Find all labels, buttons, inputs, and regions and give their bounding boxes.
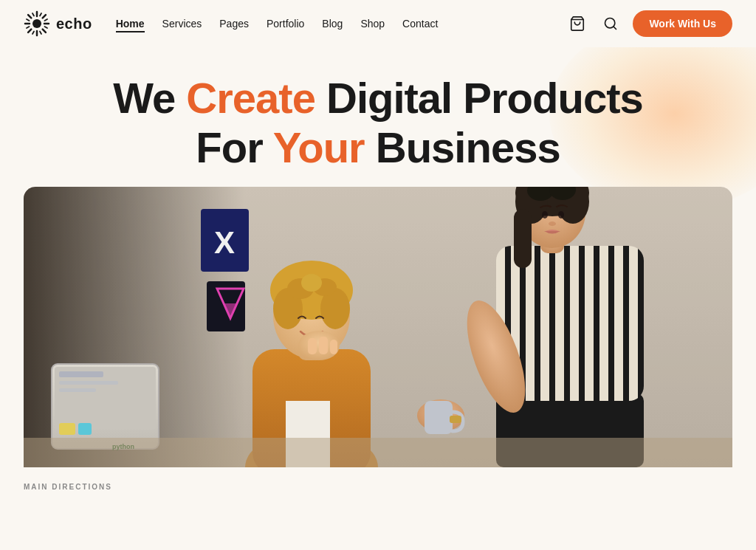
svg-line-14: [27, 27, 30, 28]
nav-link-shop[interactable]: Shop: [360, 18, 385, 30]
hero-image: X python: [24, 187, 732, 467]
navbar-right: Work With Us: [566, 10, 732, 37]
search-button[interactable]: [600, 13, 621, 34]
hero-text-digital: Digital Products: [315, 74, 643, 122]
hero-highlight-your: Your: [273, 123, 365, 171]
svg-point-48: [301, 274, 322, 292]
svg-line-11: [32, 13, 34, 16]
nav-item-services[interactable]: Services: [162, 17, 202, 30]
navbar-left: echo Home Services Pages Portfolio Blog …: [24, 10, 438, 37]
svg-line-6: [43, 30, 46, 32]
svg-rect-34: [59, 388, 96, 392]
svg-point-67: [542, 211, 548, 219]
hero-text-for: For: [196, 123, 273, 171]
hero-heading: We Create Digital Products For Your Busi…: [24, 74, 732, 172]
nav-links: Home Services Pages Portfolio Blog Shop …: [116, 17, 439, 30]
logo[interactable]: echo: [24, 10, 92, 37]
main-directions: MAIN DIRECTIONS: [0, 467, 756, 492]
hero-highlight-create: Create: [186, 74, 315, 122]
hero-section: We Create Digital Products For Your Busi…: [0, 47, 756, 467]
nav-link-services[interactable]: Services: [162, 18, 202, 30]
nav-link-blog[interactable]: Blog: [322, 18, 343, 30]
svg-rect-33: [59, 381, 118, 385]
logo-icon: [24, 10, 50, 37]
hero-heading-line1: We Create Digital Products: [113, 74, 642, 122]
svg-rect-51: [319, 337, 328, 354]
svg-rect-36: [78, 423, 92, 435]
nav-item-pages[interactable]: Pages: [219, 17, 249, 30]
nav-item-contact[interactable]: Contact: [402, 17, 438, 30]
svg-rect-70: [24, 438, 732, 467]
svg-line-15: [40, 13, 41, 16]
cta-button[interactable]: Work With Us: [633, 10, 732, 37]
hero-heading-line2: For Your Business: [196, 123, 560, 171]
svg-line-19: [614, 27, 616, 30]
cart-icon: [569, 16, 585, 32]
nav-link-pages[interactable]: Pages: [219, 18, 249, 30]
svg-rect-35: [59, 423, 75, 435]
svg-line-8: [28, 30, 31, 32]
nav-item-blog[interactable]: Blog: [322, 17, 343, 30]
search-icon: [603, 16, 618, 31]
hero-text-we: We: [113, 74, 186, 122]
svg-line-10: [45, 27, 48, 28]
svg-rect-57: [425, 401, 453, 434]
svg-point-0: [32, 19, 41, 28]
main-directions-label: MAIN DIRECTIONS: [24, 483, 112, 491]
svg-rect-50: [308, 338, 317, 354]
svg-rect-58: [450, 416, 461, 423]
navbar: echo Home Services Pages Portfolio Blog …: [0, 0, 756, 47]
nav-link-portfolio[interactable]: Portfolio: [267, 18, 304, 30]
hero-photo-svg: X python: [24, 187, 732, 467]
nav-item-home[interactable]: Home: [116, 17, 145, 30]
nav-item-shop[interactable]: Shop: [360, 17, 385, 30]
nav-link-contact[interactable]: Contact: [402, 18, 438, 30]
logo-text: echo: [56, 16, 92, 32]
hero-text-business: Business: [365, 123, 560, 171]
svg-line-12: [40, 32, 41, 35]
svg-point-69: [549, 221, 556, 226]
nav-link-home[interactable]: Home: [116, 18, 145, 32]
svg-line-5: [28, 15, 31, 18]
svg-rect-32: [59, 371, 103, 377]
svg-line-9: [27, 19, 30, 21]
svg-rect-66: [514, 209, 532, 268]
svg-point-68: [558, 211, 564, 219]
svg-rect-52: [330, 340, 337, 354]
svg-line-16: [32, 32, 34, 35]
svg-text:X: X: [214, 225, 235, 260]
svg-line-13: [45, 19, 48, 21]
svg-line-7: [43, 15, 46, 18]
cart-button[interactable]: [566, 13, 588, 35]
nav-item-portfolio[interactable]: Portfolio: [267, 17, 304, 30]
